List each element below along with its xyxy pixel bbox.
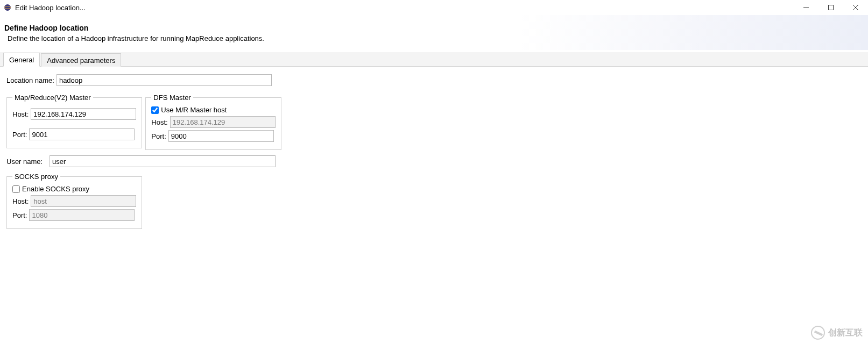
socks-host-input [31, 195, 136, 207]
watermark-icon [811, 326, 825, 340]
socks-host-label: Host: [12, 197, 29, 205]
mapreduce-master-group: Map/Reduce(V2) Master Host: Port: [6, 94, 142, 148]
minimize-button[interactable] [794, 0, 818, 15]
eclipse-icon [3, 3, 12, 12]
dfs-host-input [170, 116, 276, 128]
titlebar: Edit Hadoop location... [0, 0, 868, 15]
enable-socks-checkbox[interactable] [12, 185, 20, 193]
socks-port-input [29, 209, 135, 221]
user-name-row: User name: [6, 155, 276, 167]
user-name-label: User name: [6, 157, 47, 166]
dfs-master-legend: DFS Master [151, 94, 193, 102]
close-button[interactable] [843, 0, 868, 15]
socks-proxy-legend: SOCKS proxy [12, 173, 60, 181]
location-name-input[interactable] [57, 74, 272, 86]
user-name-input[interactable] [50, 155, 276, 167]
mr-host-label: Host: [12, 110, 29, 118]
window-title: Edit Hadoop location... [15, 4, 86, 12]
maximize-button[interactable] [818, 0, 843, 15]
mr-host-input[interactable] [31, 108, 136, 120]
svg-point-0 [4, 4, 11, 11]
dfs-master-group: DFS Master Use M/R Master host Host: Por… [145, 94, 281, 150]
window-controls [794, 0, 868, 15]
socks-proxy-group: SOCKS proxy Enable SOCKS proxy Host: Por… [6, 173, 142, 229]
tabstrip: General Advanced parameters [0, 52, 868, 67]
enable-socks-label: Enable SOCKS proxy [22, 185, 89, 193]
svg-rect-3 [829, 5, 834, 10]
tab-advanced-label: Advanced parameters [47, 56, 115, 64]
dfs-host-label: Host: [151, 118, 167, 126]
use-mr-master-host-checkbox[interactable] [151, 106, 159, 114]
tab-content-general: Location name: Map/Reduce(V2) Master Hos… [0, 67, 868, 238]
mapreduce-master-legend: Map/Reduce(V2) Master [12, 94, 93, 102]
location-name-label: Location name: [6, 76, 54, 84]
page-title: Define Hadoop location [4, 24, 864, 32]
watermark: 创新互联 [811, 326, 863, 340]
tab-general[interactable]: General [3, 53, 40, 67]
dfs-port-input[interactable] [168, 130, 274, 142]
tab-advanced[interactable]: Advanced parameters [41, 53, 121, 67]
socks-port-label: Port: [12, 211, 27, 219]
page-description: Define the location of a Hadoop infrastr… [8, 34, 864, 42]
watermark-text: 创新互联 [828, 327, 863, 339]
mr-port-input[interactable] [29, 128, 135, 140]
tab-general-label: General [9, 56, 34, 64]
master-groups: Map/Reduce(V2) Master Host: Port: DFS Ma… [6, 90, 285, 153]
use-mr-master-host-label: Use M/R Master host [161, 106, 227, 114]
dfs-port-label: Port: [151, 132, 166, 140]
dialog-header: Define Hadoop location Define the locati… [0, 15, 868, 50]
mr-port-label: Port: [12, 131, 27, 139]
location-name-row: Location name: [6, 74, 272, 86]
